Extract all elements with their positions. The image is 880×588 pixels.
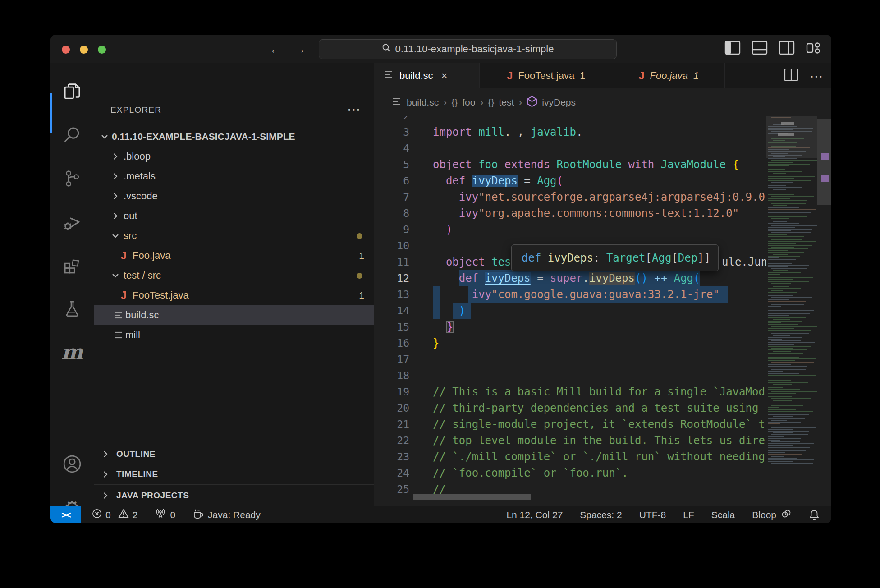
code-line-3[interactable]: 3import mill._, javalib._ <box>374 124 766 140</box>
source-control-icon[interactable] <box>50 157 94 200</box>
minimap-line <box>771 340 801 341</box>
tab-build-sc[interactable]: build.sc × <box>374 63 480 88</box>
minimap-line <box>768 165 789 166</box>
explorer-icon[interactable] <box>50 70 94 113</box>
minimap-line <box>771 268 807 269</box>
minimap-line <box>771 405 803 406</box>
problems-status[interactable]: 0 2 <box>92 509 138 521</box>
code-line-13[interactable]: 13 ivy"com.google.guava:guava:33.2.1-jre… <box>374 286 766 303</box>
code-line-19[interactable]: 19// This is a basic Mill build for a si… <box>374 384 766 400</box>
accounts-icon[interactable] <box>50 442 94 486</box>
tree-item-test-src[interactable]: test / src <box>94 266 374 285</box>
encoding-setting[interactable]: UTF-8 <box>639 510 666 520</box>
bloop-server-status[interactable]: Bloop <box>752 509 792 521</box>
line-number: 23 <box>374 449 409 465</box>
toggle-primary-sidebar-icon[interactable] <box>725 41 740 55</box>
code-line-12[interactable]: 12 def ivyDeps = super.ivyDeps() ++ Agg( <box>374 270 766 286</box>
code-line-8[interactable]: 8 ivy"org.apache.commons:commons-text:1.… <box>374 205 766 221</box>
breadcrumb-namespace[interactable]: test <box>499 97 514 108</box>
code-line-16[interactable]: 16} <box>374 335 766 351</box>
code-line-14[interactable]: 14 ) <box>374 303 766 319</box>
minimap-line <box>768 357 799 358</box>
tree-item-src[interactable]: src <box>94 226 374 246</box>
minimap-line <box>768 184 807 184</box>
minimap-line <box>768 346 811 347</box>
code-line-5[interactable]: 5object foo extends RootModule with Java… <box>374 156 766 173</box>
minimap-line <box>773 416 793 417</box>
tree-item-mill[interactable]: mill <box>94 325 374 345</box>
extensions-icon[interactable] <box>50 243 94 287</box>
minimap-line <box>768 344 794 345</box>
tab-foo-java[interactable]: J Foo.java 1 <box>613 63 725 88</box>
tree-item-footest-java[interactable]: JFooTest.java1 <box>94 285 374 305</box>
code-line-7[interactable]: 7 ivy"net.sourceforge.argparse4j:argpars… <box>374 189 766 205</box>
mill-extension-icon[interactable]: m <box>50 331 94 374</box>
tree-item--metals[interactable]: .metals <box>94 166 374 186</box>
sidebar-sections: OUTLINETIMELINEJAVA PROJECTS <box>94 444 374 506</box>
minimap-line <box>771 182 793 183</box>
eol-setting[interactable]: LF <box>683 510 694 520</box>
close-tab-icon[interactable]: × <box>441 69 448 82</box>
tree-root-folder[interactable]: 0.11.10-EXAMPLE-BASICJAVA-1-SIMPLE <box>94 127 374 147</box>
code-line-20[interactable]: 20// third-party dependencies and a test… <box>374 400 766 416</box>
minimap-line <box>768 349 807 350</box>
code-line-6[interactable]: 6 def ivyDeps = Agg( <box>374 173 766 189</box>
minimize-window-button[interactable] <box>80 46 88 54</box>
minimap-line <box>768 358 816 359</box>
code-line-21[interactable]: 21// single-module project, it `extends … <box>374 416 766 432</box>
toggle-panel-icon[interactable] <box>752 41 767 55</box>
editor-more-actions-icon[interactable]: ⋯ <box>810 68 823 84</box>
tree-item--bloop[interactable]: .bloop <box>94 147 374 166</box>
section-timeline[interactable]: TIMELINE <box>94 464 374 484</box>
code-line-22[interactable]: 22// top-level module in the build. This… <box>374 432 766 449</box>
minimap-line <box>768 337 802 338</box>
tab-footest-java[interactable]: J FooTest.java 1 <box>480 63 613 88</box>
history-back-button[interactable]: ← <box>269 35 282 63</box>
breadcrumb-file[interactable]: build.sc <box>407 97 439 108</box>
ports-status[interactable]: 0 <box>155 508 175 521</box>
modified-dot-badge <box>357 233 362 239</box>
zoom-window-button[interactable] <box>98 46 106 54</box>
indentation-setting[interactable]: Spaces: 2 <box>580 510 622 520</box>
tree-item-out[interactable]: out <box>94 206 374 226</box>
code-line-18[interactable]: 18 <box>374 368 766 384</box>
minimap-line <box>771 333 809 334</box>
horizontal-scrollbar[interactable] <box>413 494 531 500</box>
minimap-line <box>771 377 798 377</box>
command-center[interactable]: 0.11.10-example-basicjava-1-simple <box>319 39 617 59</box>
vertical-scrollbar[interactable] <box>817 119 831 205</box>
tree-item--vscode[interactable]: .vscode <box>94 186 374 206</box>
breadcrumb-symbol[interactable]: ivyDeps <box>542 97 576 108</box>
code-line-9[interactable]: 9 ) <box>374 221 766 238</box>
section-outline[interactable]: OUTLINE <box>94 444 374 464</box>
history-forward-button[interactable]: → <box>293 35 306 63</box>
code-line-15[interactable]: 15 } <box>374 319 766 335</box>
search-view-icon[interactable] <box>50 113 94 156</box>
close-window-button[interactable] <box>62 46 70 54</box>
explorer-more-actions-icon[interactable]: ⋯ <box>347 101 361 117</box>
minimap-line <box>768 198 790 199</box>
code-line-17[interactable]: 17 <box>374 351 766 368</box>
remote-indicator[interactable]: >< <box>50 506 81 523</box>
run-debug-icon[interactable] <box>50 200 94 243</box>
section-java-projects[interactable]: JAVA PROJECTS <box>94 484 374 506</box>
code-line-4[interactable]: 4 <box>374 140 766 156</box>
java-status[interactable]: Java: Ready <box>192 508 261 522</box>
code-line-24[interactable]: 24// `foo.compile` or `foo.run`. <box>374 465 766 481</box>
minimap[interactable] <box>766 108 817 496</box>
cursor-position[interactable]: Ln 12, Col 27 <box>506 510 563 520</box>
namespace-icon: {} <box>451 97 458 108</box>
tree-item-foo-java[interactable]: JFoo.java1 <box>94 246 374 266</box>
customize-layout-icon[interactable] <box>806 41 821 55</box>
minimap-line <box>768 342 815 343</box>
tree-item-build-sc[interactable]: build.sc <box>94 305 374 325</box>
toggle-secondary-sidebar-icon[interactable] <box>779 41 794 55</box>
split-editor-icon[interactable] <box>784 69 798 83</box>
minimap-line <box>768 429 793 430</box>
breadcrumb-namespace[interactable]: foo <box>462 97 475 108</box>
notifications-bell-icon[interactable] <box>809 509 820 521</box>
code-editor[interactable]: 23import mill._, javalib._45object foo e… <box>374 108 766 506</box>
testing-icon[interactable] <box>50 287 94 331</box>
code-line-23[interactable]: 23// `./mill compile` or `./mill run` wi… <box>374 449 766 465</box>
language-mode[interactable]: Scala <box>711 510 735 520</box>
